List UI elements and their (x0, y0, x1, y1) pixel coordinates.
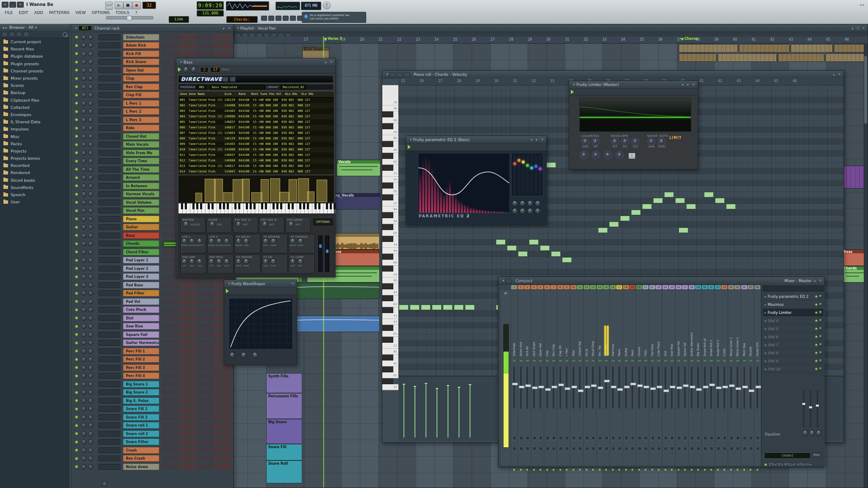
fader-track[interactable] (605, 366, 607, 409)
step-cell[interactable] (219, 414, 223, 420)
step-cell[interactable] (210, 323, 214, 330)
wrapper-knob1[interactable] (183, 67, 189, 72)
slot-arrow-icon[interactable]: ▸ (765, 302, 766, 307)
step-cell[interactable] (175, 373, 179, 379)
fader-handle[interactable] (512, 383, 518, 385)
step-cell[interactable] (215, 439, 219, 445)
slot-arrow-icon[interactable]: ▸ (765, 359, 766, 363)
step-cell[interactable] (197, 290, 201, 297)
volume-knob[interactable] (88, 92, 93, 97)
pan-knob[interactable] (81, 423, 86, 428)
volume-knob[interactable] (88, 324, 93, 329)
step-cell[interactable] (171, 348, 175, 354)
pan-knob[interactable] (611, 436, 615, 440)
step-cell[interactable] (215, 422, 219, 429)
step-cell[interactable] (166, 108, 170, 115)
step-cell[interactable] (188, 439, 192, 445)
channel-enable-led[interactable] (75, 69, 78, 71)
browser-item[interactable]: IL Shared Data (0, 118, 69, 125)
detach-icon[interactable]: ▴ (832, 72, 836, 76)
eq-band1-slider[interactable] (803, 390, 804, 427)
step-cell[interactable] (206, 34, 210, 40)
black-key[interactable] (253, 203, 256, 209)
pan-knob[interactable] (81, 357, 86, 362)
mixer-strip[interactable]: Voc. Rvb (603, 290, 610, 465)
piano-key-C6[interactable]: C6 (382, 129, 398, 135)
mixer-strip[interactable]: Snare Roll all (702, 290, 709, 465)
step-cell[interactable] (210, 282, 214, 288)
step-cell[interactable] (175, 50, 179, 57)
mixer-strip[interactable]: Closed Hat (577, 290, 584, 465)
channel-enable-led[interactable] (75, 267, 78, 269)
stereo-knob[interactable] (696, 446, 701, 451)
fader-track[interactable] (566, 366, 568, 409)
refresh-icon[interactable] (16, 32, 22, 37)
step-cell[interactable] (193, 290, 197, 297)
step-cell[interactable] (224, 389, 228, 396)
channel-button[interactable]: Kick Snare (123, 58, 159, 65)
pan-knob[interactable] (81, 175, 86, 180)
step-cell[interactable] (224, 455, 228, 462)
step-cell[interactable] (206, 331, 210, 338)
step-cell[interactable] (162, 249, 166, 255)
piano-key-A#2[interactable] (382, 355, 393, 360)
step-cell[interactable] (184, 290, 188, 297)
step-cell[interactable] (171, 381, 175, 387)
effect-slot[interactable]: ▸Slot 4 (763, 317, 823, 324)
target-display[interactable] (98, 84, 120, 90)
zone-region[interactable] (307, 191, 314, 202)
step-cell[interactable] (210, 42, 214, 49)
step-cell[interactable] (193, 406, 197, 412)
ws-mix-knob[interactable] (252, 352, 258, 358)
target-display[interactable] (98, 373, 120, 379)
step-cell[interactable] (219, 34, 223, 40)
step-cell[interactable] (188, 414, 192, 420)
step-cell[interactable] (197, 455, 201, 462)
step-cell[interactable] (193, 439, 197, 445)
mixer-strip[interactable]: Insert 101 (754, 290, 761, 465)
fader-track[interactable] (520, 366, 522, 409)
mixer-track-number[interactable]: 25 (669, 285, 675, 289)
step-cell[interactable] (184, 414, 188, 420)
playlist-clip[interactable] (739, 44, 790, 53)
piano-key-C#5[interactable] (382, 194, 393, 200)
piano-key-A#3[interactable] (382, 283, 393, 289)
play-button[interactable]: ▶ (114, 2, 123, 9)
step-cell[interactable] (206, 455, 210, 462)
dw-knob-damp[interactable] (270, 238, 276, 244)
step-cell[interactable] (162, 298, 166, 305)
stereo-knob[interactable] (631, 446, 635, 451)
piano-key-G#3[interactable] (382, 295, 393, 301)
stereo-knob[interactable] (690, 446, 694, 451)
target-display[interactable] (98, 92, 120, 98)
mute-led[interactable] (645, 469, 646, 471)
zone-region[interactable] (223, 192, 233, 202)
step-cell[interactable] (215, 348, 219, 354)
dw-zone-list[interactable]: Zone Zone Name Size Rate Root Tune Pan V… (178, 91, 334, 175)
detach-icon[interactable]: ▴ (323, 60, 328, 64)
step-cell[interactable] (206, 315, 210, 321)
fader-handle[interactable] (670, 385, 676, 388)
step-cell[interactable] (171, 208, 175, 214)
step-cell[interactable] (215, 42, 219, 49)
target-display[interactable] (98, 290, 120, 296)
step-cell[interactable] (166, 373, 170, 379)
step-cell[interactable] (171, 50, 175, 57)
channel-button[interactable]: Saw Rise (123, 323, 159, 330)
step-cell[interactable] (193, 356, 197, 363)
toolbar-icon-4[interactable] (290, 16, 296, 21)
step-cell[interactable] (219, 406, 223, 412)
stereo-knob[interactable] (716, 446, 721, 451)
fader-handle[interactable] (565, 387, 570, 390)
browser-item[interactable]: Plugin database (0, 53, 69, 60)
step-cell[interactable] (188, 323, 192, 330)
step-cell[interactable] (193, 348, 197, 354)
eq-knob-8[interactable] (535, 208, 541, 214)
step-cell[interactable] (202, 34, 206, 40)
step-cell[interactable] (184, 331, 188, 338)
eq-band-7[interactable] (539, 155, 542, 194)
channel-enable-led[interactable] (75, 424, 78, 427)
slot-enable-led[interactable] (815, 320, 817, 322)
mute-led[interactable] (730, 469, 732, 471)
dw-prev-icon[interactable] (223, 77, 228, 82)
